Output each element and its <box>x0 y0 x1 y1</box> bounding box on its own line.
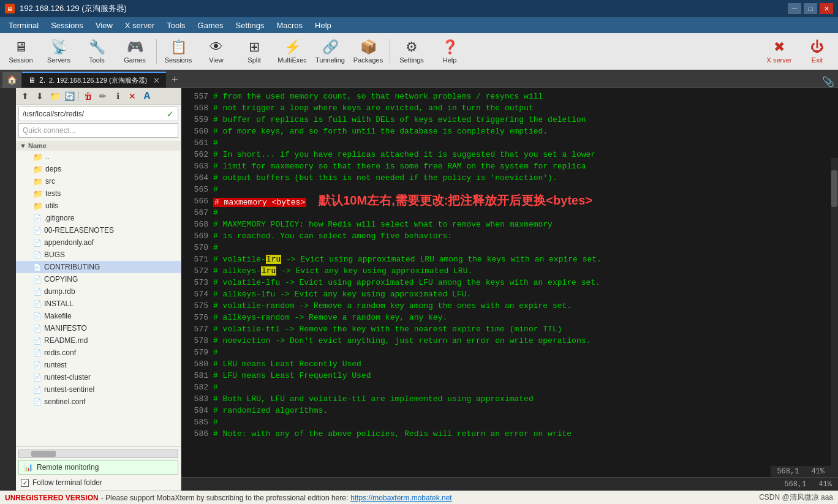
remote-monitor[interactable]: 📊 Remote monitoring <box>18 460 178 475</box>
tree-item-runtest-cluster[interactable]: 📄 runtest-cluster <box>16 371 181 383</box>
file-info-button[interactable]: ℹ <box>111 90 124 102</box>
games-button[interactable]: 🎮 Games <box>116 35 153 68</box>
tree-item-contributing[interactable]: 📄 CONTRIBUTING <box>16 261 181 273</box>
tree-item-makefile[interactable]: 📄 Makefile <box>16 310 181 322</box>
line-content: # MAXMEMORY POLICY: how Redis will selec… <box>213 219 553 230</box>
line-content: # maxmemory <bytes>默认10M左右,需要更改:把注释放开后更换… <box>213 195 592 208</box>
menu-view[interactable]: View <box>89 17 119 33</box>
terminal-line-572: 572 # allkeys-lru -> Evict any key using… <box>186 265 833 277</box>
tree-item-src[interactable]: 📁 src <box>16 175 181 187</box>
tree-item-redisconf[interactable]: 📄 redis.conf <box>16 347 181 359</box>
active-tab[interactable]: 🖥 2. 2. 192.168.126.129 (京淘服务器) ✕ <box>22 72 166 88</box>
terminal-line-562: 562 # In short... if you have replicas a… <box>186 149 833 160</box>
file-close-button[interactable]: ✕ <box>126 90 139 102</box>
view-button[interactable]: 👁 View <box>198 35 235 68</box>
servers-button[interactable]: 📡 Servers <box>40 35 77 68</box>
remote-monitor-label: Remote monitoring <box>37 463 99 472</box>
menu-tools[interactable]: Tools <box>160 17 191 33</box>
file-refresh-button[interactable]: 🔄 <box>62 90 76 102</box>
tree-item-label: runtest <box>44 361 67 369</box>
file-settings-button[interactable]: A <box>140 90 154 102</box>
multiexec-button[interactable]: ⚡ MultiExec <box>274 35 311 68</box>
line-content: # volatile-lru -> Evict using approximat… <box>213 254 602 265</box>
tab-close-button[interactable]: ✕ <box>153 76 160 85</box>
statusbar: UNREGISTERED VERSION - Please support Mo… <box>0 491 838 504</box>
mobatek-link[interactable]: https://mobaxterm.mobatek.net <box>350 494 451 502</box>
tree-item-label: sentinel.conf <box>44 397 85 406</box>
tree-item-releasenotes[interactable]: 📄 00-RELEASENOTES <box>16 224 181 236</box>
file-rename-button[interactable]: ✏ <box>96 90 110 102</box>
menu-games[interactable]: Games <box>192 17 230 33</box>
file-download-button[interactable]: ⬇ <box>33 90 47 102</box>
follow-terminal-label: Follow terminal folder <box>32 478 102 487</box>
tree-item-utils[interactable]: 📁 utils <box>16 200 181 212</box>
tree-item-deps[interactable]: 📁 deps <box>16 163 181 175</box>
tree-item-runtest-sentinel[interactable]: 📄 runtest-sentinel <box>16 383 181 396</box>
minimize-button[interactable]: ─ <box>788 3 801 14</box>
attach-icon[interactable]: 📎 <box>822 76 838 88</box>
terminal-scrollbar[interactable] <box>831 158 838 477</box>
tree-item-readme[interactable]: 📄 README.md <box>16 334 181 347</box>
file-upload-button[interactable]: ⬆ <box>18 90 32 102</box>
titlebar: 🖥 192.168.126.129 (京淘服务器) ─ □ ✕ <box>0 0 838 17</box>
menu-xserver[interactable]: X server <box>119 17 160 33</box>
file-icon: 📄 <box>33 361 42 369</box>
tree-item-label: 00-RELEASENOTES <box>44 226 114 235</box>
tree-item-sentinel-conf[interactable]: 📄 sentinel.conf <box>16 396 181 408</box>
file-icon: 📄 <box>33 263 42 271</box>
tree-item-manifesto[interactable]: 📄 MANIFESTO <box>16 322 181 334</box>
tree-item-copying[interactable]: 📄 COPYING <box>16 273 181 285</box>
session-label: Session <box>9 56 32 64</box>
packages-button[interactable]: 📦 Packages <box>350 35 387 68</box>
tunneling-button[interactable]: 🔗 Tunneling <box>312 35 349 68</box>
settings-button[interactable]: ⚙ Settings <box>393 35 430 68</box>
menu-terminal[interactable]: Terminal <box>2 17 45 33</box>
session-button[interactable]: 🖥 Session <box>2 35 39 68</box>
tree-item-parent[interactable]: 📁 .. <box>16 151 181 163</box>
folder-icon: 📁 <box>33 189 43 198</box>
tree-item-label: .. <box>45 152 50 161</box>
line-number: 569 <box>186 230 208 242</box>
file-toolbar-sep <box>78 91 79 101</box>
scrollbar-thumb[interactable] <box>31 451 56 457</box>
path-bar: /usr/local/src/redis/ ✓ <box>18 107 178 121</box>
tree-item-dump[interactable]: 📄 dump.rdb <box>16 285 181 298</box>
tree-item-gitignore[interactable]: 📄 .gitignore <box>16 212 181 224</box>
follow-terminal-checkbox[interactable]: ✓ <box>21 479 29 487</box>
tree-item-bugs[interactable]: 📄 BUGS <box>16 249 181 261</box>
window-controls: ─ □ ✕ <box>788 3 833 14</box>
tree-item-runtest[interactable]: 📄 runtest <box>16 359 181 371</box>
close-button[interactable]: ✕ <box>820 3 833 14</box>
file-newfolder-button[interactable]: 📁 <box>48 90 61 102</box>
line-number: 564 <box>186 172 208 184</box>
scrollbar-thumb-vertical[interactable] <box>831 170 837 207</box>
new-tab-button[interactable]: + <box>166 72 183 88</box>
terminal-line-559: 559 # buffer of replicas is full with DE… <box>186 114 833 126</box>
menu-sessions[interactable]: Sessions <box>45 17 89 33</box>
home-tab[interactable]: 🏠 <box>2 72 21 88</box>
maximize-button[interactable]: □ <box>804 3 817 14</box>
tree-item-appendonly[interactable]: 📄 appendonly.aof <box>16 236 181 249</box>
menu-settings[interactable]: Settings <box>230 17 271 33</box>
tree-item-label: src <box>45 177 55 186</box>
line-number: 571 <box>186 254 208 265</box>
menu-macros[interactable]: Macros <box>270 17 309 33</box>
xserver-button[interactable]: ✖ X server <box>761 35 798 68</box>
sessions-button[interactable]: 📋 Sessions <box>160 35 197 68</box>
horizontal-scrollbar[interactable] <box>18 449 178 458</box>
status-right: CSDN @清风微凉 aaa <box>759 492 833 503</box>
help-button[interactable]: ❓ Help <box>431 35 468 68</box>
menu-help[interactable]: Help <box>309 17 338 33</box>
left-bottom: 📊 Remote monitoring ✓ Follow terminal fo… <box>16 446 181 491</box>
exit-button[interactable]: ⏻ Exit <box>799 35 836 68</box>
terminal[interactable]: 557 # from the used memory count, so tha… <box>181 88 838 477</box>
tools-button[interactable]: 🔧 Tools <box>78 35 115 68</box>
split-button[interactable]: ⊞ Split <box>236 35 273 68</box>
tree-item-tests[interactable]: 📁 tests <box>16 187 181 200</box>
file-delete-button[interactable]: 🗑 <box>81 90 95 102</box>
tree-item-install[interactable]: 📄 INSTALL <box>16 298 181 310</box>
tree-item-label: dump.rdb <box>44 287 75 296</box>
quick-connect[interactable]: Quick connect... <box>18 123 178 138</box>
line-number: 577 <box>186 323 208 335</box>
file-toolbar: ⬆ ⬇ 📁 🔄 🗑 ✏ ℹ ✕ A <box>16 88 181 105</box>
